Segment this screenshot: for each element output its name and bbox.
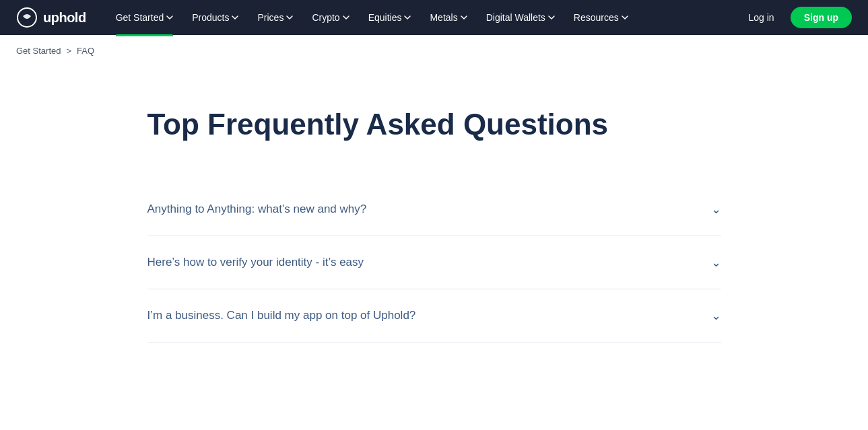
faq-chevron-icon-1: ⌄ — [711, 202, 721, 217]
faq-item-1: Anything to Anything: what’s new and why… — [147, 183, 721, 236]
page-title: Top Frequently Asked Questions — [147, 107, 721, 143]
faq-question-2[interactable]: Here’s how to verify your identity - it’… — [147, 236, 721, 289]
nav-item-equities[interactable]: Equities — [360, 8, 420, 27]
chevron-down-icon — [461, 14, 467, 21]
breadcrumb-current: FAQ — [77, 46, 94, 56]
chevron-down-icon — [622, 14, 628, 21]
faq-question-text-1: Anything to Anything: what’s new and why… — [147, 203, 367, 216]
faq-chevron-icon-3: ⌄ — [711, 308, 721, 323]
nav-menu: Get Started Products Prices Crypto Equit… — [108, 8, 741, 27]
faq-item-3: I’m a business. Can I build my app on to… — [147, 289, 721, 343]
faq-question-text-3: I’m a business. Can I build my app on to… — [147, 309, 416, 322]
breadcrumb-parent[interactable]: Get Started — [16, 46, 61, 56]
nav-item-prices[interactable]: Prices — [249, 8, 301, 27]
login-button[interactable]: Log in — [741, 8, 782, 27]
nav-item-metals[interactable]: Metals — [422, 8, 475, 27]
nav-item-crypto[interactable]: Crypto — [304, 8, 357, 27]
faq-question-3[interactable]: I’m a business. Can I build my app on to… — [147, 289, 721, 342]
chevron-down-icon — [286, 14, 293, 21]
nav-item-digital-wallets[interactable]: Digital Wallets — [478, 8, 563, 27]
chevron-down-icon — [166, 14, 173, 21]
chevron-down-icon — [343, 14, 349, 21]
breadcrumb: Get Started > FAQ — [0, 35, 868, 67]
faq-item-2: Here’s how to verify your identity - it’… — [147, 236, 721, 289]
breadcrumb-separator: > — [66, 46, 71, 56]
faq-question-1[interactable]: Anything to Anything: what’s new and why… — [147, 183, 721, 236]
chevron-down-icon — [232, 14, 238, 21]
nav-item-resources[interactable]: Resources — [566, 8, 636, 27]
faq-list: Anything to Anything: what’s new and why… — [147, 183, 721, 343]
nav-item-get-started[interactable]: Get Started — [108, 8, 182, 27]
nav-item-products[interactable]: Products — [184, 8, 246, 27]
chevron-down-icon — [548, 14, 555, 21]
main-content: Top Frequently Asked Questions Anything … — [131, 67, 737, 369]
navbar-actions: Log in Sign up — [741, 7, 852, 28]
logo-link[interactable]: uphold — [16, 7, 86, 28]
logo-text: uphold — [43, 10, 86, 26]
chevron-down-icon — [404, 14, 411, 21]
uphold-logo-icon — [16, 7, 38, 28]
faq-chevron-icon-2: ⌄ — [711, 255, 721, 270]
signup-button[interactable]: Sign up — [791, 7, 852, 28]
faq-question-text-2: Here’s how to verify your identity - it’… — [147, 256, 364, 269]
navbar: uphold Get Started Products Prices Crypt… — [0, 0, 868, 35]
